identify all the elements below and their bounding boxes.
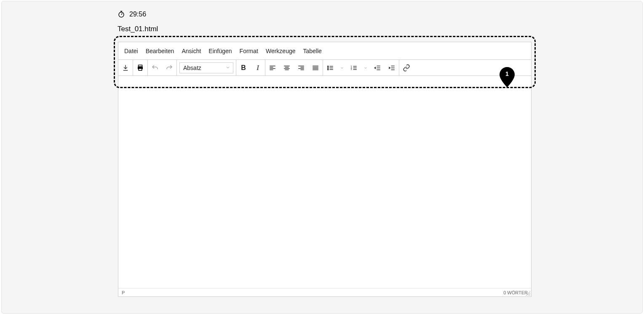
align-justify-button[interactable] bbox=[308, 60, 323, 75]
format-select-label: Absatz bbox=[183, 65, 201, 71]
numbered-list-dropdown[interactable] bbox=[361, 60, 370, 75]
menu-table[interactable]: Tabelle bbox=[303, 48, 322, 54]
italic-button[interactable]: I bbox=[251, 60, 265, 75]
status-bar: P 0 WÖRTER bbox=[118, 288, 531, 296]
indent-button[interactable] bbox=[385, 60, 399, 75]
download-icon bbox=[122, 64, 129, 72]
align-justify-icon bbox=[312, 64, 319, 72]
menu-tools[interactable]: Werkzeuge bbox=[266, 48, 296, 54]
align-left-icon bbox=[269, 64, 276, 72]
download-button[interactable] bbox=[118, 60, 133, 75]
stopwatch-icon bbox=[118, 11, 125, 18]
timer-value: 29:56 bbox=[129, 11, 146, 18]
element-path[interactable]: P bbox=[122, 290, 125, 295]
numbered-list-button[interactable]: 1 2 3 bbox=[347, 60, 361, 75]
align-right-icon bbox=[297, 64, 305, 72]
bold-button[interactable]: B bbox=[236, 60, 251, 75]
numbered-list-icon: 1 2 3 bbox=[350, 64, 358, 72]
svg-line-45 bbox=[529, 295, 530, 296]
format-select[interactable]: Absatz bbox=[179, 62, 233, 73]
chevron-down-icon bbox=[363, 66, 368, 70]
bullet-list-dropdown[interactable] bbox=[337, 60, 347, 75]
bullet-list-button[interactable] bbox=[323, 60, 337, 75]
svg-text:3: 3 bbox=[351, 68, 352, 70]
svg-point-29 bbox=[328, 69, 329, 70]
print-button[interactable] bbox=[133, 60, 147, 75]
align-left-button[interactable] bbox=[265, 60, 280, 75]
editor: Datei Bearbeiten Ansicht Einfügen Format… bbox=[118, 42, 532, 297]
menu-edit[interactable]: Bearbeiten bbox=[146, 48, 174, 54]
svg-point-25 bbox=[328, 66, 329, 67]
menu-file[interactable]: Datei bbox=[124, 48, 138, 54]
redo-icon bbox=[166, 64, 173, 72]
annotation-pin-label: 1 bbox=[505, 70, 509, 77]
chevron-down-icon bbox=[225, 65, 230, 71]
svg-rect-6 bbox=[139, 65, 142, 67]
print-icon bbox=[136, 64, 144, 72]
undo-button[interactable] bbox=[148, 60, 162, 75]
redo-button[interactable] bbox=[162, 60, 176, 75]
outdent-icon bbox=[374, 64, 381, 72]
menubar: Datei Bearbeiten Ansicht Einfügen Format… bbox=[118, 42, 531, 60]
italic-icon: I bbox=[257, 64, 259, 72]
svg-line-1 bbox=[121, 13, 122, 15]
link-button[interactable] bbox=[399, 60, 414, 75]
editor-content-area[interactable] bbox=[118, 76, 531, 288]
outdent-button[interactable] bbox=[370, 60, 385, 75]
svg-point-27 bbox=[328, 67, 329, 68]
link-icon bbox=[403, 64, 410, 72]
undo-icon bbox=[151, 64, 159, 72]
resize-handle-icon[interactable] bbox=[525, 291, 530, 296]
chevron-down-icon bbox=[340, 66, 344, 70]
bullet-list-icon bbox=[326, 64, 334, 72]
timer-row: 29:56 bbox=[118, 11, 146, 18]
filename-label: Test_01.html bbox=[118, 25, 158, 33]
align-right-button[interactable] bbox=[294, 60, 308, 75]
toolbar: Absatz B I bbox=[118, 60, 531, 76]
annotation-pin: 1 bbox=[500, 67, 515, 87]
align-center-icon bbox=[283, 64, 291, 72]
indent-icon bbox=[388, 64, 395, 72]
word-count: 0 WÖRTER bbox=[503, 290, 528, 295]
menu-format[interactable]: Format bbox=[240, 48, 258, 54]
menu-view[interactable]: Ansicht bbox=[182, 48, 201, 54]
align-center-button[interactable] bbox=[280, 60, 294, 75]
svg-rect-8 bbox=[139, 68, 142, 70]
bold-icon: B bbox=[241, 64, 246, 72]
menu-insert[interactable]: Einfügen bbox=[208, 48, 232, 54]
